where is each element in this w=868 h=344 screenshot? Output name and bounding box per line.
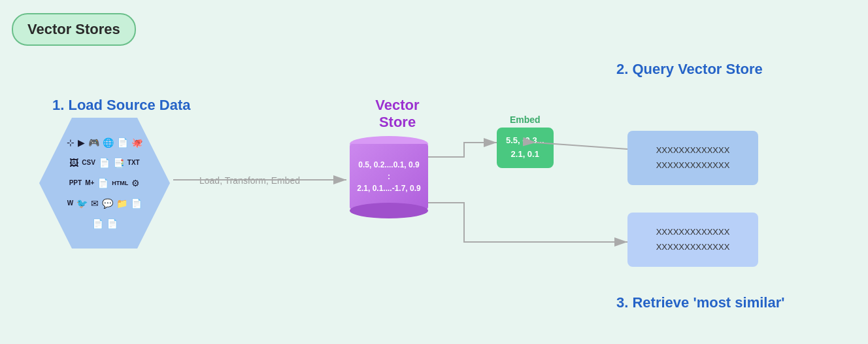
query-box-top: XXXXXXXXXXXXX XXXXXXXXXXXXX <box>627 131 758 185</box>
cylinder-shape: 0.5, 0.2....0.1, 0.9 : 2.1, 0.1....-1.7,… <box>346 131 431 216</box>
icon-twitter: 🐦 <box>76 199 88 208</box>
icon-gear: ⚙ <box>131 179 140 188</box>
embed-wrap: Embed 5.5, -0.3... 2.1, 0.1 <box>497 114 554 168</box>
cylinder-body: 0.5, 0.2....0.1, 0.9 : 2.1, 0.1....-1.7,… <box>350 144 428 209</box>
vector-store-label: VectorStore <box>358 97 437 131</box>
icon-play: ▶ <box>78 138 85 147</box>
icon-doc5: 📄 <box>131 199 142 208</box>
query-bottom-line1: XXXXXXXXXXXXX <box>656 227 730 237</box>
icon-html: HTML <box>112 181 128 186</box>
query-top-line1: XXXXXXXXXXXXX <box>656 145 730 155</box>
embed-line1: 5.5, -0.3... <box>506 135 544 145</box>
icon-move: ⊹ <box>67 138 75 147</box>
icon-folder: 📁 <box>116 199 127 208</box>
arrow-label: Load, Transform, Embed <box>199 175 300 186</box>
icon-ppt: PPT <box>69 180 82 186</box>
section-label-1: 1. Load Source Data <box>52 97 191 114</box>
icon-doc7: 📄 <box>107 219 118 228</box>
query-bottom-line2: XXXXXXXXXXXXX <box>656 242 730 252</box>
icon-image: 🖼 <box>69 158 78 167</box>
icon-chat: 💬 <box>102 199 113 208</box>
section-label-2: 2. Query Vector Store <box>616 61 763 78</box>
icon-csv: CSV <box>82 160 95 166</box>
cylinder-text-colon: : <box>388 171 390 182</box>
icon-grid: ⊹ ▶ 🎮 🌐 📄 🐙 🖼 CSV 📄 📑 TXT PPT M+ 📄 HTML … <box>46 121 163 245</box>
icon-doc2: 📄 <box>99 158 110 167</box>
icon-globe: 🌐 <box>103 138 114 147</box>
cylinder-text-line2: 2.1, 0.1....-1.7, 0.9 <box>357 182 420 194</box>
icon-doc3: 📑 <box>113 158 124 167</box>
cylinder-bottom <box>350 203 428 218</box>
icon-txt: TXT <box>127 160 140 166</box>
section-label-3: 3. Retrieve 'most similar' <box>616 294 784 311</box>
icon-discord: 🎮 <box>88 138 99 147</box>
icon-email: ✉ <box>91 199 99 208</box>
icon-doc6: 📄 <box>92 219 103 228</box>
query-box-bottom: XXXXXXXXXXXXX XXXXXXXXXXXXX <box>627 213 758 267</box>
icon-doc1: 📄 <box>117 138 128 147</box>
icon-md: M+ <box>85 180 94 186</box>
icon-wiki: W <box>67 200 73 207</box>
query-top-line2: XXXXXXXXXXXXX <box>656 160 730 170</box>
icon-github: 🐙 <box>131 138 142 147</box>
cylinder-text-line1: 0.5, 0.2....0.1, 0.9 <box>358 159 419 171</box>
embed-line2: 2.1, 0.1 <box>511 149 539 159</box>
embed-box: 5.5, -0.3... 2.1, 0.1 <box>497 128 554 168</box>
title-badge: Vector Stores <box>12 13 136 46</box>
embed-label: Embed <box>497 114 554 125</box>
icon-doc4: 📄 <box>97 179 108 188</box>
vector-store-cylinder: 0.5, 0.2....0.1, 0.9 : 2.1, 0.1....-1.7,… <box>346 131 431 216</box>
